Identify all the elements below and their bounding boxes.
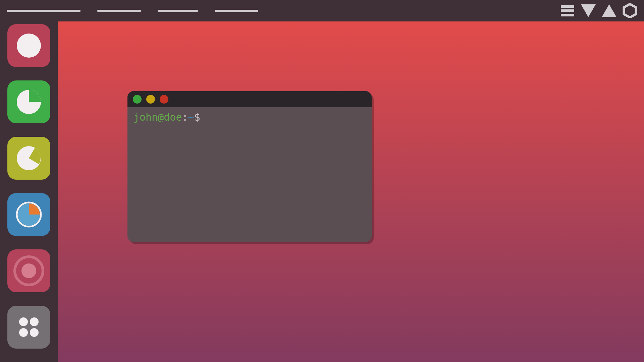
dock-app-5[interactable]	[7, 249, 50, 292]
svg-marker-3	[581, 4, 596, 17]
menu-item[interactable]	[97, 10, 141, 12]
svg-rect-0	[561, 5, 574, 8]
dock-app-4[interactable]	[7, 193, 50, 236]
terminal-window[interactable]: john@doe:~$	[127, 91, 372, 242]
prompt-path: ~	[188, 111, 194, 123]
menu-item[interactable]	[158, 10, 198, 12]
svg-rect-2	[561, 14, 574, 16]
svg-point-11	[21, 263, 36, 278]
launcher-dock	[0, 21, 58, 362]
prompt-colon: :	[182, 111, 188, 123]
desktop[interactable]: john@doe:~$	[58, 21, 644, 362]
svg-point-6	[17, 34, 41, 58]
hexagon-icon[interactable]	[623, 3, 637, 18]
system-indicators	[560, 3, 637, 18]
window-minimize-button[interactable]	[133, 95, 142, 104]
dock-app-6[interactable]	[7, 306, 50, 349]
svg-rect-1	[561, 9, 574, 12]
window-close-button[interactable]	[160, 95, 168, 104]
window-maximize-button[interactable]	[146, 95, 155, 104]
dock-app-2[interactable]	[7, 80, 50, 123]
svg-point-14	[19, 328, 28, 337]
svg-marker-5	[624, 4, 636, 17]
dock-app-3[interactable]	[7, 137, 50, 180]
svg-marker-4	[602, 4, 616, 17]
terminal-titlebar[interactable]	[127, 91, 372, 107]
svg-point-15	[30, 328, 39, 337]
triangle-up-icon[interactable]	[602, 3, 616, 18]
prompt-user: john@doe	[133, 111, 182, 123]
svg-point-12	[19, 317, 28, 326]
menu-bar	[7, 10, 258, 12]
menu-icon[interactable]	[560, 3, 575, 18]
menu-item[interactable]	[7, 10, 80, 12]
dock-app-1[interactable]	[7, 24, 50, 67]
terminal-body[interactable]: john@doe:~$	[127, 107, 372, 242]
svg-point-13	[30, 317, 39, 326]
prompt-symbol: $	[194, 111, 200, 123]
triangle-down-icon[interactable]	[581, 3, 596, 18]
menu-item[interactable]	[215, 10, 258, 12]
top-panel	[0, 0, 644, 21]
